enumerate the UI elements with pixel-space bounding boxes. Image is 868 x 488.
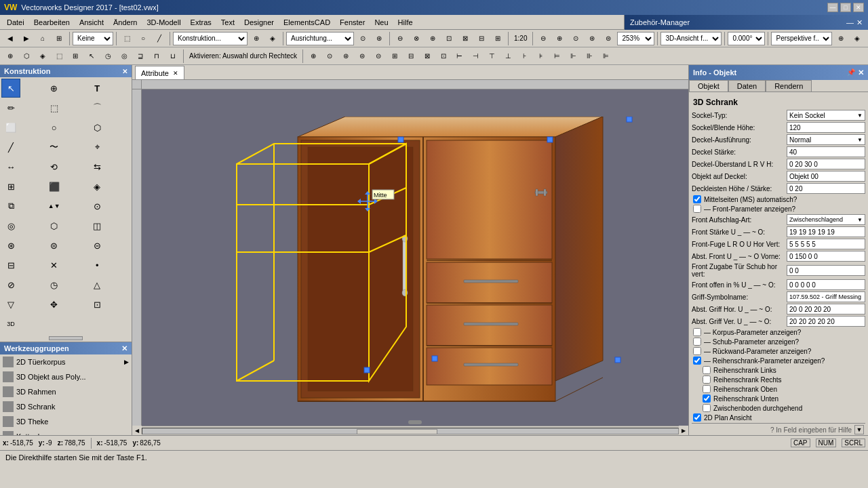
tb-r2-13[interactable]: ⊙ [322, 49, 337, 64]
menu-hilfe[interactable]: Hilfe [394, 17, 417, 28]
tb-r2-27[interactable]: ⊨ [550, 49, 565, 64]
tb-z5[interactable]: ⊜ [601, 31, 616, 46]
menu-3dmodell[interactable]: 3D-Modell [142, 17, 184, 28]
minimize-btn[interactable]: — [827, 3, 838, 12]
canvas-area[interactable]: -400 -300 -200 -100 0 100 200 300 400 50… [132, 80, 688, 426]
tb-p2[interactable]: ◈ [850, 31, 865, 46]
tool-rect-select[interactable]: ⬚ [45, 98, 64, 117]
tb-z4[interactable]: ⊛ [585, 31, 599, 46]
cb-reihen-unten[interactable] [703, 394, 711, 403]
cb-ruckwand-param[interactable] [693, 347, 701, 355]
info-pin[interactable]: 📌 [847, 68, 855, 77]
tb-snap2[interactable]: ⊗ [409, 31, 424, 46]
info-close[interactable]: ✕ [858, 68, 864, 77]
tb-snap3[interactable]: ⊕ [425, 31, 440, 46]
tool-no[interactable]: ⊘ [1, 275, 20, 294]
tool-fillet[interactable]: ⊙ [87, 197, 106, 216]
tool-sweep[interactable]: ⊜ [45, 236, 64, 255]
menu-bearbeiten[interactable]: Bearbeiten [30, 17, 74, 28]
tb-r2-9[interactable]: ⊒ [133, 49, 148, 64]
werkzeug-3d-rahmen[interactable]: 3D Rahmen [0, 384, 132, 399]
prop-val-sockel-hohe[interactable]: 120 [787, 122, 865, 133]
tb-none-select[interactable]: Keine [73, 32, 113, 45]
menu-ansicht[interactable]: Ansicht [75, 17, 108, 28]
tool-arc[interactable]: ⌒ [87, 98, 106, 117]
tb-r2-14[interactable]: ⊛ [338, 49, 353, 64]
tb-r2-8[interactable]: ◎ [117, 49, 132, 64]
prop-val-front-offen[interactable]: 0 0 0 0 0 [787, 279, 865, 290]
tool-move[interactable]: ✥ [45, 295, 64, 314]
attribute-tab[interactable]: Attribute ✕ [135, 66, 184, 79]
tool-select[interactable]: ↖ [1, 79, 20, 98]
tb-z1[interactable]: ⊖ [536, 31, 551, 46]
tool-scale[interactable]: ⊡ [87, 295, 106, 314]
cb-reihen-rechts[interactable] [703, 375, 711, 384]
cb-mittelseiten[interactable] [693, 195, 701, 203]
tool-circle[interactable]: ○ [45, 118, 64, 137]
tool-nurbs[interactable]: ⧉ [1, 197, 20, 216]
tb-r2-25[interactable]: ⊦ [517, 49, 532, 64]
tool-deform[interactable]: ⊝ [87, 236, 106, 255]
tb-snap1[interactable]: ⊖ [393, 31, 408, 46]
tool-text[interactable]: T [87, 79, 106, 98]
tool-align[interactable]: ⌖ [87, 138, 106, 157]
tb-snap6[interactable]: ⊟ [474, 31, 489, 46]
h-scrollbar-track[interactable] [142, 428, 679, 434]
konstruktion-controls[interactable]: ✕ [122, 68, 127, 75]
tb-ausrichtung-select[interactable]: Ausrichtung... [286, 32, 354, 45]
tool-unfold[interactable]: ⊟ [1, 256, 20, 274]
tool-rect[interactable]: ⬜ [1, 118, 20, 137]
prop-val-front-starke[interactable]: 19 19 19 19 19 [787, 226, 865, 237]
tb-r2-28[interactable]: ⊩ [566, 49, 581, 64]
cb-2d-plan[interactable] [693, 413, 701, 422]
menu-extras[interactable]: Extras [186, 17, 216, 28]
werkzeug-ketten[interactable]: Kettenbemessung [0, 429, 132, 435]
tb-next-btn[interactable]: ▶ [19, 31, 34, 46]
cb-reihen-links[interactable] [703, 366, 711, 374]
tb-r2-24[interactable]: ⊥ [501, 49, 516, 64]
tool-mesh[interactable]: ⬡ [45, 216, 64, 235]
tb-home-btn[interactable]: ⌂ [35, 31, 50, 46]
tb-r2-1[interactable]: ⊕ [3, 49, 18, 64]
tool-pencil[interactable]: ✏ [1, 98, 20, 117]
tb-rect-btn[interactable]: ⬚ [119, 31, 134, 46]
tool-shell[interactable]: ◫ [87, 216, 106, 235]
tool-mirror[interactable]: ⇆ [87, 157, 106, 176]
tb-r2-18[interactable]: ⊟ [403, 49, 418, 64]
tb-grid-btn[interactable]: ⊞ [52, 31, 66, 46]
tb-r2-16[interactable]: ⊝ [371, 49, 386, 64]
tool-3d[interactable]: 3D [1, 314, 20, 333]
canvas-3d-view[interactable]: Mitte [142, 89, 688, 426]
prop-val-deckel-ausfuhrung[interactable]: Normal ▼ [787, 134, 865, 145]
tool-poly[interactable]: ⬡ [87, 118, 106, 137]
tb-konstruktion-select[interactable]: Konstruktion... [173, 32, 248, 45]
menu-andern[interactable]: Ändern [109, 17, 141, 28]
tool-dim[interactable]: ↔ [1, 157, 20, 176]
prop-val-front-zugabe[interactable]: 0 0 [787, 265, 865, 276]
tb-a2[interactable]: ⊛ [372, 31, 387, 46]
tb-r2-11[interactable]: ⊔ [165, 49, 180, 64]
tb-r2-3[interactable]: ◈ [35, 49, 50, 64]
info-tab-daten[interactable]: Daten [728, 80, 766, 92]
menu-fenster[interactable]: Fenster [336, 17, 369, 28]
prop-val-abst-front[interactable]: 0 150 0 0 [787, 251, 865, 262]
tb-r2-2[interactable]: ⬡ [19, 49, 34, 64]
tool-tri2[interactable]: ▽ [1, 295, 20, 314]
prop-val-front-fuge[interactable]: 5 5 5 5 5 [787, 239, 865, 249]
tool-x[interactable]: ✕ [45, 256, 64, 274]
zubehor-minimize[interactable]: — [846, 18, 854, 27]
tb-zoom-select[interactable]: 253% [617, 32, 654, 45]
tb-r2-22[interactable]: ⊣ [469, 49, 484, 64]
tb-ansicht-select[interactable]: 3D-Ansicht f... [660, 32, 722, 45]
zubehor-close[interactable]: ✕ [856, 18, 863, 27]
tb-r2-21[interactable]: ⊢ [452, 49, 467, 64]
tb-persp-select[interactable]: Perspektive f... [771, 32, 832, 45]
info-tab-objekt[interactable]: Objekt [689, 80, 728, 92]
tb-k2[interactable]: ◈ [265, 31, 280, 46]
konstruktion-close[interactable]: ✕ [122, 68, 127, 75]
tb-r2-5[interactable]: ⊞ [68, 49, 83, 64]
tb-r2-17[interactable]: ⊞ [387, 49, 402, 64]
tb-snap4[interactable]: ⊡ [441, 31, 456, 46]
info-header-controls[interactable]: 📌 ✕ [847, 68, 864, 77]
werkzeug-close[interactable]: ✕ [121, 344, 127, 353]
